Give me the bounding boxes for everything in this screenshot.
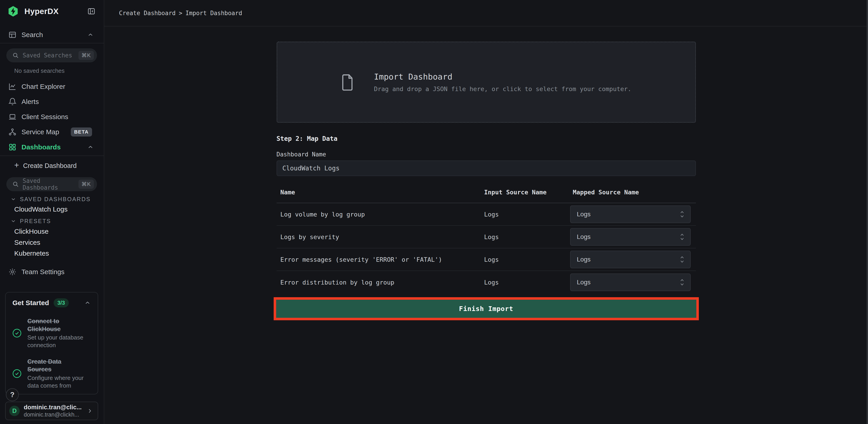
service-map-icon <box>8 128 17 136</box>
user-email: dominic.tran@clickh... <box>24 411 82 418</box>
chevron-up-icon <box>87 144 94 151</box>
sidebar-item-label: Team Settings <box>22 268 64 276</box>
mapped-source-select[interactable]: Logs <box>570 251 691 268</box>
sidebar-item-service-map[interactable]: Service Map BETA <box>0 124 104 139</box>
sidebar-item-label: Client Sessions <box>22 113 68 121</box>
help-button[interactable]: ? <box>6 388 19 401</box>
task-title: Create Data Sources <box>27 358 86 373</box>
chart-name-cell: Logs by severity <box>277 233 484 240</box>
check-circle-icon <box>12 369 22 379</box>
table-icon <box>8 30 17 39</box>
brand-name: HyperDX <box>24 7 59 16</box>
dashboard-name-input[interactable] <box>277 160 696 176</box>
input-source-cell: Logs <box>484 233 570 240</box>
sidebar-item-alerts[interactable]: Alerts <box>0 94 104 109</box>
chart-name-cell: Log volume by log group <box>277 211 484 218</box>
dropzone-subtitle: Drag and drop a JSON file here, or click… <box>374 86 631 92</box>
sidebar-divider <box>0 43 104 43</box>
annotation-highlight-box: Finish Import <box>274 297 699 320</box>
gear-icon <box>8 267 17 276</box>
mapped-source-select[interactable]: Logs <box>570 273 691 291</box>
presets-section-header[interactable]: PRESETS <box>10 217 51 225</box>
sidebar-divider <box>0 156 104 156</box>
breadcrumb: Create Dashboard > Import Dashboard <box>119 10 242 17</box>
get-started-items: Connect to ClickHouse Set up your databa… <box>6 307 98 394</box>
avatar: D <box>9 406 20 416</box>
get-started-item-sources[interactable]: Create Data Sources Configure where your… <box>12 358 93 390</box>
search-icon <box>12 52 19 59</box>
create-dashboard-label: Create Dashboard <box>23 162 77 169</box>
chart-name-cell: Error distribution by log group <box>277 279 484 286</box>
sidebar-nav: Chart Explorer Alerts Client Sessions Se… <box>0 79 104 155</box>
breadcrumb-parent[interactable]: Create Dashboard <box>119 10 176 17</box>
table-header-row: Name Input Source Name Mapped Source Nam… <box>277 182 696 203</box>
saved-dashboards-input[interactable]: Saved Dashboards ⌘K <box>6 177 97 191</box>
chevron-down-icon <box>10 196 16 202</box>
select-chevrons-icon <box>679 255 685 264</box>
dropzone-title: Import Dashboard <box>374 72 631 81</box>
sidebar-item-team-settings[interactable]: Team Settings <box>0 264 104 279</box>
table-row: Error messages (severity 'ERROR' or 'FAT… <box>277 249 696 271</box>
search-icon <box>12 181 19 188</box>
dashboard-name-label: Dashboard Name <box>277 151 696 158</box>
user-account-button[interactable]: D dominic.tran@clic... dominic.tran@clic… <box>5 402 98 420</box>
sidebar-item-chart-explorer[interactable]: Chart Explorer <box>0 79 104 94</box>
select-chevrons-icon <box>679 210 685 219</box>
section-header-label: SAVED DASHBOARDS <box>20 196 91 202</box>
chevron-down-icon <box>10 218 16 224</box>
breadcrumb-separator: > <box>179 10 182 17</box>
mapped-source-select[interactable]: Logs <box>570 228 691 246</box>
help-icon: ? <box>10 391 14 399</box>
chevron-right-icon <box>86 407 93 414</box>
sidebar-item-dashboards[interactable]: Dashboards <box>0 139 104 155</box>
collapse-sidebar-icon[interactable] <box>87 7 96 15</box>
saved-dashboards-placeholder: Saved Dashboards <box>23 177 79 191</box>
shortcut-badge: ⌘K <box>79 180 94 189</box>
plus-icon: + <box>14 161 19 169</box>
brand-row: HyperDX <box>0 4 104 19</box>
hyperdx-logo-icon <box>7 5 19 17</box>
column-header-name: Name <box>277 189 484 196</box>
step-label: Step 2: Map Data <box>277 135 696 142</box>
beta-badge: BETA <box>71 128 92 136</box>
user-name: dominic.tran@clic... <box>24 404 82 411</box>
mapping-table: Name Input Source Name Mapped Source Nam… <box>277 182 696 294</box>
saved-dashboards-section-header[interactable]: SAVED DASHBOARDS <box>10 195 91 203</box>
input-source-cell: Logs <box>484 211 570 218</box>
json-dropzone[interactable]: Import Dashboard Drag and drop a JSON fi… <box>277 41 696 123</box>
get-started-card: Get Started 3/3 Connect to ClickHouse Se… <box>5 292 98 394</box>
laptop-icon <box>8 112 17 121</box>
get-started-item-connect[interactable]: Connect to ClickHouse Set up your databa… <box>12 317 93 349</box>
dashboards-icon <box>8 142 17 152</box>
preset-item[interactable]: ClickHouse <box>14 227 49 235</box>
finish-import-button[interactable]: Finish Import <box>276 300 696 318</box>
table-row: Logs by severity Logs Logs <box>277 226 696 249</box>
sidebar-item-label: Dashboards <box>22 143 61 151</box>
mapped-source-select[interactable]: Logs <box>570 205 691 223</box>
create-dashboard-button[interactable]: + Create Dashboard <box>0 158 104 173</box>
selected-value: Logs <box>577 256 591 263</box>
chart-icon <box>8 82 17 91</box>
table-row: Error distribution by log group Logs Log… <box>277 271 696 294</box>
saved-dashboard-item[interactable]: CloudWatch Logs <box>14 205 68 214</box>
app-root: HyperDX Search Saved Searche <box>0 0 868 424</box>
preset-item[interactable]: Kubernetes <box>14 249 49 257</box>
scrollbar[interactable] <box>867 0 868 424</box>
sidebar-item-client-sessions[interactable]: Client Sessions <box>0 109 104 124</box>
select-chevrons-icon <box>679 232 685 241</box>
sidebar-item-search[interactable]: Search <box>0 27 104 43</box>
sidebar-item-label: Service Map <box>22 128 59 136</box>
input-source-cell: Logs <box>484 256 570 263</box>
breadcrumb-current[interactable]: Import Dashboard <box>185 10 242 17</box>
selected-value: Logs <box>577 210 591 218</box>
get-started-header[interactable]: Get Started 3/3 <box>6 292 98 307</box>
top-bar: Create Dashboard > Import Dashboard <box>104 0 868 27</box>
saved-searches-input[interactable]: Saved Searches ⌘K <box>6 48 97 62</box>
file-icon <box>341 72 354 92</box>
no-saved-searches-text: No saved searches <box>14 67 65 74</box>
chevron-up-icon <box>84 299 91 306</box>
preset-item[interactable]: Services <box>14 238 40 247</box>
import-dashboard-content: Import Dashboard Drag and drop a JSON fi… <box>277 27 696 320</box>
bell-icon <box>8 97 17 106</box>
column-header-input-source: Input Source Name <box>484 189 570 196</box>
